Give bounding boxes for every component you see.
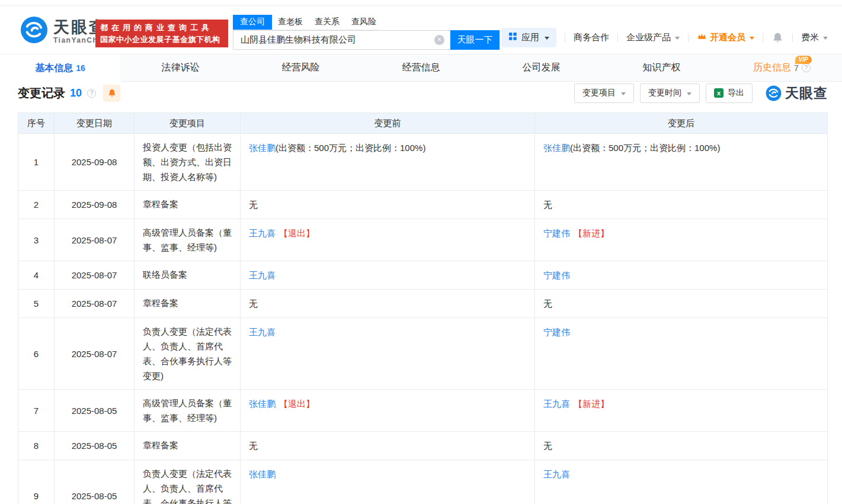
cell-text: 无 bbox=[249, 441, 258, 451]
section-header: 变更记录 10 ? 变更项目 变更时间 x 导出 bbox=[18, 83, 828, 103]
notification-bell-icon[interactable] bbox=[771, 31, 784, 44]
cell-no: 6 bbox=[18, 318, 55, 390]
user-menu[interactable]: 费米 bbox=[801, 32, 828, 43]
bell-icon bbox=[107, 88, 117, 98]
cell-text: (出资额：500万元；出资比例：100%) bbox=[276, 143, 425, 153]
table-row: 72025-08-05高级管理人员备案（董事、监事、经理等)张佳鹏【退出】王九喜… bbox=[18, 390, 828, 432]
change-status-tag: 【退出】 bbox=[279, 399, 315, 409]
cell-no: 9 bbox=[18, 460, 55, 504]
chevron-down-icon bbox=[823, 37, 828, 40]
nav-tab[interactable]: 基本信息16 bbox=[0, 54, 120, 82]
divider bbox=[565, 33, 565, 42]
search-tab[interactable]: 查关系 bbox=[309, 15, 345, 30]
person-link[interactable]: 宁建伟 bbox=[543, 270, 570, 280]
person-link[interactable]: 王九喜 bbox=[543, 469, 570, 479]
nav-tab-label: 历史信息 bbox=[753, 62, 791, 74]
export-button[interactable]: x 导出 bbox=[706, 84, 753, 103]
top-strip bbox=[0, 0, 842, 6]
nav-tab[interactable]: 经营信息 bbox=[361, 54, 481, 81]
cell-date: 2025-08-07 bbox=[55, 290, 135, 318]
cell-before: 王九喜【退出】 bbox=[241, 219, 535, 261]
search-tabs: 查公司查老板查关系查风险 bbox=[233, 15, 379, 30]
table-header-cell: 变更日期 bbox=[55, 113, 135, 134]
person-link[interactable]: 王九喜 bbox=[249, 327, 276, 337]
table-row: 82025-08-05章程备案无无 bbox=[18, 432, 828, 460]
person-link[interactable]: 张佳鹏 bbox=[249, 143, 276, 153]
search-tab[interactable]: 查公司 bbox=[233, 15, 272, 30]
change-status-tag: 【退出】 bbox=[279, 228, 315, 238]
person-link[interactable]: 王九喜 bbox=[543, 399, 570, 409]
cell-no: 8 bbox=[18, 432, 55, 460]
nav-tab-label: 经营风险 bbox=[282, 62, 320, 74]
table-row: 62025-08-07负责人变更（法定代表人、负责人、首席代表、合伙事务执行人等… bbox=[18, 318, 828, 390]
clear-search-icon[interactable]: × bbox=[434, 35, 444, 45]
menu-item-enterprise[interactable]: 企业级产品 bbox=[626, 32, 680, 43]
divider bbox=[763, 33, 763, 42]
table-row: 92025-08-05负责人变更（法定代表人、负责人、首席代表、合伙事务执行人等… bbox=[18, 460, 828, 504]
cell-before: 无 bbox=[241, 432, 535, 460]
nav-tab[interactable]: 经营风险 bbox=[241, 54, 361, 81]
filter-project-button[interactable]: 变更项目 bbox=[574, 84, 634, 103]
subscribe-bell-button[interactable] bbox=[103, 85, 120, 102]
nav-tab[interactable]: 公司发展 bbox=[481, 54, 601, 81]
person-link[interactable]: 张佳鹏 bbox=[249, 469, 276, 479]
nav-tab-label: 法律诉讼 bbox=[162, 62, 200, 74]
apps-label: 应用 bbox=[521, 32, 539, 43]
promo-banner: 都在用的商业查询工具 国家中小企业发展子基金旗下机构 bbox=[95, 20, 228, 47]
search-button[interactable]: 天眼一下 bbox=[450, 30, 500, 50]
cell-before: 王九喜 bbox=[241, 318, 535, 390]
company-search-input[interactable] bbox=[233, 30, 450, 50]
cell-item: 联络员备案 bbox=[135, 261, 241, 290]
cell-date: 2025-09-08 bbox=[55, 134, 135, 191]
change-records-table: 序号变更日期变更项目变更前变更后 12025-09-08投资人变更（包括出资额、… bbox=[18, 113, 828, 504]
nav-tab[interactable]: 历史信息7?VIP bbox=[722, 54, 842, 81]
person-link[interactable]: 宁建伟 bbox=[543, 327, 570, 337]
table-row: 32025-08-07高级管理人员备案（董事、监事、经理等)王九喜【退出】宁建伟… bbox=[18, 219, 828, 261]
apps-menu-button[interactable]: 应用 bbox=[501, 28, 556, 47]
chevron-down-icon bbox=[545, 37, 549, 40]
cell-before: 王九喜 bbox=[241, 261, 535, 290]
table-row: 12025-09-08投资人变更（包括出资额、出资方式、出资日期、投资人名称等)… bbox=[18, 134, 828, 191]
nav-tab-label: 公司发展 bbox=[523, 62, 561, 74]
nav-tab-count: 7 bbox=[794, 63, 799, 73]
search-tab[interactable]: 查风险 bbox=[345, 15, 382, 30]
search-tab[interactable]: 查老板 bbox=[272, 15, 309, 30]
watermark-text: 天眼查 bbox=[785, 84, 828, 102]
cell-date: 2025-08-07 bbox=[55, 219, 135, 261]
change-status-tag: 【新进】 bbox=[574, 228, 609, 238]
nav-tabs: 基本信息16法律诉讼经营风险经营信息公司发展知识产权历史信息7?VIP bbox=[0, 54, 842, 82]
cell-item: 负责人变更（法定代表人、负责人、首席代表、合伙事务执行人等变更) bbox=[135, 460, 241, 504]
cell-before: 无 bbox=[241, 290, 535, 318]
cell-after: 宁建伟 bbox=[535, 261, 828, 290]
cell-text: 无 bbox=[249, 298, 258, 309]
person-link[interactable]: 王九喜 bbox=[249, 228, 276, 238]
nav-tab[interactable]: 知识产权 bbox=[601, 54, 722, 81]
filter-time-button[interactable]: 变更时间 bbox=[640, 84, 700, 103]
cell-date: 2025-08-05 bbox=[55, 390, 135, 432]
help-icon[interactable]: ? bbox=[802, 63, 811, 72]
cell-item: 章程备案 bbox=[135, 191, 241, 219]
logo-swirl-icon bbox=[766, 85, 782, 101]
cell-date: 2025-09-08 bbox=[55, 191, 135, 219]
person-link[interactable]: 宁建伟 bbox=[543, 228, 570, 238]
menu-item-cooperation[interactable]: 商务合作 bbox=[574, 32, 609, 43]
username: 费米 bbox=[801, 32, 819, 43]
chevron-down-icon bbox=[621, 92, 626, 95]
cell-before: 张佳鹏 bbox=[241, 460, 535, 504]
chevron-down-icon bbox=[675, 37, 680, 40]
promo-line2: 国家中小企业发展子基金旗下机构 bbox=[100, 34, 223, 46]
person-link[interactable]: 王九喜 bbox=[249, 270, 276, 280]
help-icon[interactable]: ? bbox=[87, 89, 96, 98]
cell-before: 张佳鹏【退出】 bbox=[241, 390, 535, 432]
person-link[interactable]: 张佳鹏 bbox=[543, 143, 570, 153]
vip-menu-button[interactable]: 开通会员 bbox=[697, 31, 754, 43]
nav-tab[interactable]: 法律诉讼 bbox=[120, 54, 241, 81]
apps-grid-icon bbox=[508, 32, 517, 43]
section-title: 变更记录 bbox=[18, 85, 65, 101]
cell-text: 无 bbox=[543, 441, 552, 451]
logo-swirl-icon bbox=[20, 16, 48, 46]
table-body: 12025-09-08投资人变更（包括出资额、出资方式、出资日期、投资人名称等)… bbox=[18, 134, 828, 504]
cell-date: 2025-08-07 bbox=[55, 318, 135, 390]
cell-item: 负责人变更（法定代表人、负责人、首席代表、合伙事务执行人等变更) bbox=[135, 318, 241, 390]
person-link[interactable]: 张佳鹏 bbox=[249, 399, 276, 409]
